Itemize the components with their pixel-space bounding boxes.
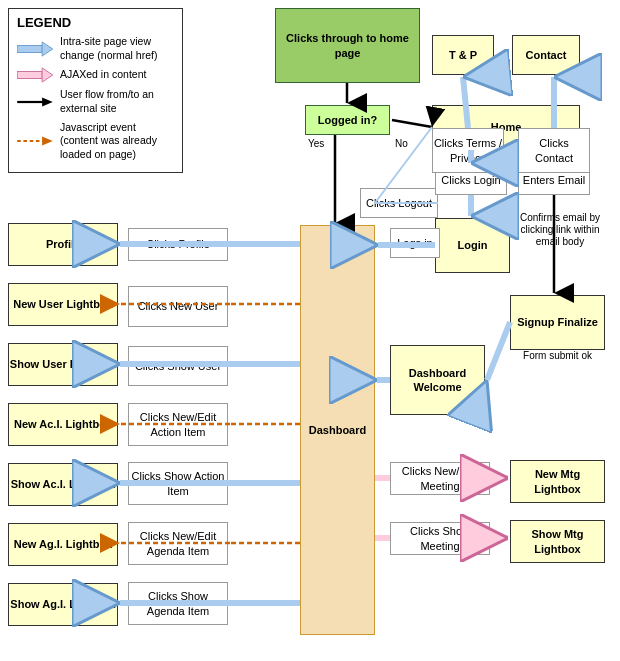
clicks-show-meeting-box: Clicks Show Meeting [390,522,490,555]
dashboard-node: Dashboard [300,225,375,635]
legend-title: LEGEND [17,15,174,30]
show-user-lightbox-node: Show User Lightbox [8,343,118,386]
form-submit-label: Form submit ok [510,350,605,362]
legend-item-blue: Intra-site page view change (normal href… [17,35,174,62]
clicks-logout-box: Clicks Logout [360,188,438,218]
svg-line-28 [487,322,510,380]
legend-label-blue: Intra-site page view change (normal href… [60,35,174,62]
logs-in-box: Logs in [390,228,440,258]
new-agi-lightbox-node: New Ag.I. Lightbox [8,523,118,566]
new-aci-lightbox-node: New Ac.I. Lightbox [8,403,118,446]
legend-item-black: User flow from/to an external site [17,88,174,115]
svg-rect-0 [17,45,42,52]
clicks-show-agenda-box: Clicks Show Agenda Item [128,582,228,625]
clicks-profile-box: Clicks Profile [128,228,228,261]
legend-item-dashed: Javascript event (content was already lo… [17,121,174,162]
pink-arrow-icon [17,67,53,83]
legend-box: LEGEND Intra-site page view change (norm… [8,8,183,173]
svg-marker-5 [42,97,53,106]
yes-label: Yes [308,138,324,150]
signup-finalize-node: Signup Finalize [510,295,605,350]
legend-label-pink: AJAXed in content [60,68,146,82]
profile-node: Profile [8,223,118,266]
diagram: LEGEND Intra-site page view change (norm… [0,0,620,661]
black-arrow-icon [17,94,53,110]
logged-in-node: Logged in? [305,105,390,135]
show-agi-lightbox-node: Show Ag.I. Lightbox [8,583,118,626]
contact-node: Contact [512,35,580,75]
no-label: No [395,138,408,150]
clicks-show-user-box: Clicks Show User [128,346,228,386]
svg-line-19 [392,120,432,127]
clicks-contact-box: Clicks Contact [518,128,590,173]
clicks-new-edit-meeting-box: Clicks New/Edit Meeting [390,462,490,495]
show-mtg-lightbox-node: Show Mtg Lightbox [510,520,605,563]
svg-marker-3 [42,68,53,82]
legend-label-dashed: Javascript event (content was already lo… [60,121,174,162]
dashboard-welcome-node: Dashboard Welcome [390,345,485,415]
legend-label-black: User flow from/to an external site [60,88,174,115]
clicks-home-node: Clicks through to home page [275,8,420,83]
clicks-terms-box: Clicks Terms / Privacy [432,128,504,173]
show-aci-lightbox-node: Show Ac.I. Lightbox [8,463,118,506]
confirms-email-label: Confirms email by clicking link within e… [510,212,610,248]
svg-rect-2 [17,72,42,79]
svg-marker-7 [42,137,53,146]
blue-arrow-icon [17,41,53,57]
clicks-new-edit-action-box: Clicks New/Edit Action Item [128,403,228,446]
clicks-new-user-box: Clicks New User [128,286,228,327]
clicks-show-action-box: Clicks Show Action Item [128,462,228,505]
clicks-new-edit-agenda-box: Clicks New/Edit Agenda Item [128,522,228,565]
tp-node: T & P [432,35,494,75]
login-node: Login [435,218,510,273]
svg-marker-1 [42,42,53,56]
new-user-lightbox-node: New User Lightbox [8,283,118,326]
legend-item-pink: AJAXed in content [17,67,174,83]
new-mtg-lightbox-node: New Mtg Lightbox [510,460,605,503]
dashed-arrow-icon [17,133,53,149]
